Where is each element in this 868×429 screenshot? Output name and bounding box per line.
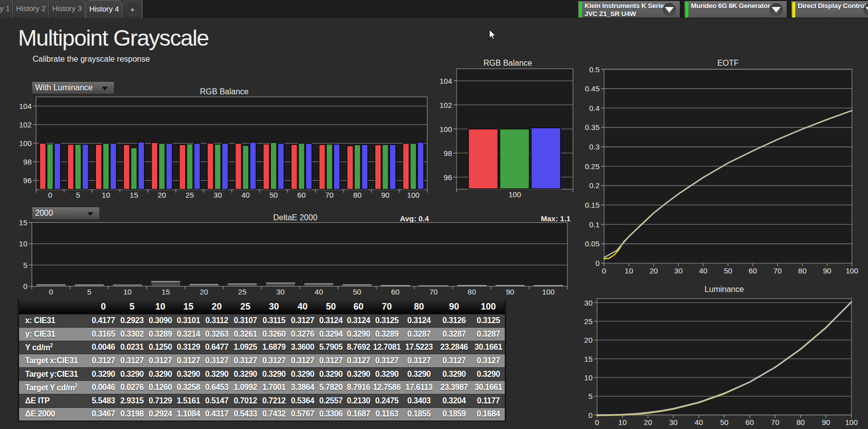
svg-text:Luminance: Luminance bbox=[704, 285, 744, 294]
svg-text:90: 90 bbox=[822, 418, 830, 426]
svg-text:10: 10 bbox=[123, 288, 132, 296]
svg-text:10: 10 bbox=[102, 191, 110, 199]
svg-text:40: 40 bbox=[699, 266, 707, 275]
svg-text:100: 100 bbox=[845, 266, 858, 275]
svg-text:5: 5 bbox=[23, 261, 27, 269]
svg-text:102: 102 bbox=[440, 101, 452, 109]
svg-text:30: 30 bbox=[669, 418, 678, 426]
svg-text:10: 10 bbox=[584, 373, 593, 382]
svg-text:100: 100 bbox=[508, 190, 521, 199]
svg-text:0: 0 bbox=[589, 411, 593, 419]
svg-text:5: 5 bbox=[589, 392, 593, 400]
svg-text:70: 70 bbox=[429, 288, 438, 296]
svg-text:80: 80 bbox=[796, 418, 805, 426]
svg-text:102: 102 bbox=[19, 120, 32, 129]
svg-text:100: 100 bbox=[407, 191, 419, 199]
svg-text:0.1: 0.1 bbox=[589, 220, 600, 229]
svg-text:0.25: 0.25 bbox=[585, 162, 600, 171]
svg-text:98: 98 bbox=[23, 158, 32, 166]
svg-text:25: 25 bbox=[584, 317, 593, 326]
svg-text:100: 100 bbox=[19, 139, 32, 148]
svg-text:50: 50 bbox=[269, 191, 278, 199]
svg-text:40: 40 bbox=[315, 288, 323, 296]
svg-text:104: 104 bbox=[440, 77, 452, 85]
svg-text:60: 60 bbox=[746, 418, 754, 426]
svg-text:98: 98 bbox=[444, 149, 452, 158]
svg-text:100: 100 bbox=[845, 418, 857, 426]
svg-text:104: 104 bbox=[19, 102, 32, 110]
svg-text:100: 100 bbox=[440, 125, 452, 133]
svg-text:0.15: 0.15 bbox=[585, 201, 600, 209]
svg-text:0: 0 bbox=[602, 266, 606, 275]
svg-text:0.2: 0.2 bbox=[589, 181, 600, 190]
svg-text:5: 5 bbox=[87, 288, 91, 296]
svg-text:0.05: 0.05 bbox=[585, 239, 600, 248]
svg-text:15: 15 bbox=[584, 355, 593, 363]
svg-text:90: 90 bbox=[506, 288, 514, 296]
svg-text:20: 20 bbox=[649, 266, 658, 275]
svg-text:50: 50 bbox=[724, 266, 733, 275]
svg-text:25: 25 bbox=[238, 288, 247, 296]
svg-text:0.45: 0.45 bbox=[585, 84, 600, 93]
svg-text:15: 15 bbox=[19, 218, 28, 227]
svg-text:80: 80 bbox=[798, 266, 807, 275]
svg-text:20: 20 bbox=[584, 336, 593, 344]
svg-text:DeltaE 2000: DeltaE 2000 bbox=[273, 213, 317, 222]
svg-text:80: 80 bbox=[468, 288, 476, 296]
svg-text:50: 50 bbox=[720, 418, 729, 426]
svg-text:15: 15 bbox=[162, 288, 170, 296]
svg-text:90: 90 bbox=[823, 266, 831, 275]
svg-text:0: 0 bbox=[48, 191, 52, 199]
svg-text:96: 96 bbox=[444, 173, 452, 182]
svg-text:60: 60 bbox=[749, 266, 757, 275]
svg-text:30: 30 bbox=[276, 288, 285, 296]
svg-text:30: 30 bbox=[214, 191, 222, 199]
svg-text:0: 0 bbox=[49, 288, 53, 296]
svg-text:50: 50 bbox=[353, 288, 361, 296]
svg-text:0: 0 bbox=[596, 259, 600, 267]
svg-text:25: 25 bbox=[186, 191, 194, 199]
svg-text:40: 40 bbox=[241, 191, 250, 199]
svg-text:96: 96 bbox=[23, 176, 32, 185]
svg-text:RGB Balance: RGB Balance bbox=[484, 59, 532, 67]
svg-text:100: 100 bbox=[542, 288, 554, 296]
svg-text:15: 15 bbox=[130, 191, 138, 199]
svg-text:0.35: 0.35 bbox=[585, 123, 600, 131]
svg-text:70: 70 bbox=[773, 266, 782, 275]
svg-text:10: 10 bbox=[19, 239, 28, 248]
svg-text:5: 5 bbox=[76, 191, 80, 199]
svg-text:EOTF: EOTF bbox=[717, 59, 739, 67]
svg-text:80: 80 bbox=[353, 191, 362, 199]
svg-text:40: 40 bbox=[694, 418, 703, 426]
svg-text:60: 60 bbox=[298, 191, 306, 199]
svg-text:0: 0 bbox=[23, 282, 27, 291]
svg-text:60: 60 bbox=[391, 288, 400, 296]
svg-text:0.4: 0.4 bbox=[589, 104, 600, 112]
svg-text:0.5: 0.5 bbox=[589, 65, 600, 74]
svg-text:RGB Balance: RGB Balance bbox=[200, 87, 249, 96]
svg-text:0.3: 0.3 bbox=[589, 142, 600, 151]
svg-text:0: 0 bbox=[595, 418, 599, 426]
svg-text:20: 20 bbox=[644, 418, 652, 426]
svg-text:70: 70 bbox=[325, 191, 334, 199]
svg-text:30: 30 bbox=[584, 299, 593, 307]
svg-text:10: 10 bbox=[625, 266, 633, 275]
svg-text:70: 70 bbox=[771, 418, 780, 426]
svg-text:20: 20 bbox=[200, 288, 208, 296]
svg-text:20: 20 bbox=[158, 191, 166, 199]
svg-text:90: 90 bbox=[381, 191, 390, 199]
svg-text:30: 30 bbox=[674, 266, 683, 275]
svg-text:10: 10 bbox=[618, 418, 627, 426]
